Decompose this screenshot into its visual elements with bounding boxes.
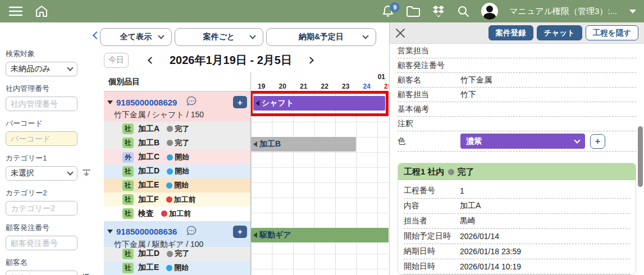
status-dot — [166, 196, 172, 203]
card-field-row[interactable]: 納期日時 2026/01/18 23:59 — [404, 244, 630, 259]
chat-button[interactable]: チャット — [537, 25, 582, 40]
card-field-row[interactable]: 担当者 黒崎 — [404, 214, 630, 229]
display-filter-value: 全て表示 — [120, 32, 152, 42]
field-value: 1 — [460, 186, 464, 195]
chat-bubble-icon[interactable] — [186, 225, 197, 239]
category1-label: カテゴリー1 — [6, 153, 99, 163]
add-color-button[interactable]: + — [590, 134, 605, 149]
barcode-label: バーコード — [6, 118, 99, 129]
process-name: 加工E — [138, 180, 159, 190]
field-row[interactable]: 基本備考 — [398, 102, 636, 117]
process-name: 加工D — [138, 249, 159, 259]
card-field-row[interactable]: 工程番号 1 — [404, 184, 630, 199]
sidebar-collapse-icon[interactable] — [94, 30, 99, 40]
close-icon[interactable] — [395, 28, 405, 38]
field-row[interactable]: 顧客発注番号 — [398, 58, 636, 73]
gantt-section: 全て表示 案件ごと 納期&予定日 今日 2026年1月19日 - 2月5日 個別… — [104, 22, 389, 275]
field-row[interactable]: 顧客名 竹下金属 — [398, 73, 636, 88]
gantt-chart: 01 19 20 21 22 23 24 25 — [251, 72, 389, 275]
gantt-bar-kakou-b[interactable]: 加工B — [251, 137, 356, 152]
chart-row — [251, 269, 389, 275]
internal-id-input[interactable] — [6, 97, 77, 111]
category1-select[interactable]: 未選択 — [6, 166, 77, 181]
folder-icon[interactable] — [406, 5, 421, 17]
status-text: 完了 — [175, 249, 189, 259]
date-cell-saturday: 24 — [357, 82, 378, 90]
category-download-icon[interactable] — [82, 168, 91, 179]
add-process-button[interactable]: + — [233, 96, 247, 108]
field-label: 顧客名 — [398, 75, 460, 85]
panel-scrollbar-thumb[interactable] — [638, 126, 643, 187]
customer-order-no-input[interactable] — [6, 236, 77, 250]
gantt-bar-shaft[interactable]: シャフト — [253, 96, 385, 111]
field-row[interactable]: 顧客担当 竹下 — [398, 88, 636, 102]
process-card-header[interactable]: 工程1 社内 完了 — [398, 163, 636, 180]
field-value: 竹下 — [460, 90, 476, 100]
add-process-button[interactable]: + — [233, 226, 247, 238]
item-list: 個別品目 9185000008629 + 竹下金属 / シャフト / 150 社… — [104, 72, 251, 275]
date-cell: 22 — [314, 82, 336, 90]
hide-process-button[interactable]: 工程を隠す — [586, 25, 638, 40]
color-select[interactable]: 濃紫 — [460, 134, 585, 149]
field-label: 基本備考 — [398, 104, 460, 114]
internal-badge: 社 — [122, 249, 134, 259]
process-row[interactable]: 社 加工D 開始 — [104, 164, 250, 178]
date-mode-filter-select[interactable]: 納期&予定日 — [266, 28, 376, 46]
search-icon[interactable] — [456, 4, 470, 18]
card-field-row[interactable]: 開始日時 2026/01/14 10:19 — [404, 259, 630, 274]
detail-fields: 営業担当 顧客発注番号 顧客名 竹下金属 顧客担当 竹下 基本備考 注釈 色 濃… — [390, 44, 644, 275]
bar-label: 加工B — [259, 139, 281, 149]
display-filter-select[interactable]: 全て表示 — [100, 28, 172, 46]
order-detail-text: 竹下金属 / 駆動ギア / 100 — [107, 240, 246, 250]
status-text: 完了 — [175, 124, 189, 134]
chart-row — [251, 198, 389, 213]
next-range-button[interactable] — [308, 55, 313, 65]
home-icon[interactable] — [35, 4, 48, 18]
barcode-input[interactable] — [6, 131, 77, 146]
customer-name-input[interactable] — [6, 271, 77, 275]
internal-badge: 社 — [122, 166, 134, 177]
category2-input[interactable] — [6, 201, 77, 216]
status-text: 完了 — [175, 138, 189, 148]
search-target-select[interactable]: 未納品のみ — [6, 62, 77, 76]
date-range-title: 2026年1月19日 - 2月5日 — [170, 53, 292, 68]
user-menu-label[interactable]: マニュアル権限（管理3）:... — [509, 6, 617, 17]
date-cell: 23 — [335, 82, 357, 90]
process-row[interactable]: 社 加工B 完了 — [104, 136, 250, 150]
collapse-caret-icon[interactable] — [107, 230, 113, 233]
field-row[interactable]: 営業担当 — [398, 44, 636, 58]
process-row[interactable]: 社 加工E 開始 — [104, 178, 250, 192]
field-label: 顧客発注番号 — [398, 61, 460, 71]
status-dot — [166, 265, 172, 271]
dropbox-icon[interactable] — [432, 5, 445, 18]
user-avatar[interactable] — [481, 3, 498, 20]
order-row[interactable]: 9185000008629 + 竹下金属 / シャフト / 150 — [104, 91, 250, 122]
grouping-filter-select[interactable]: 案件ごと — [175, 28, 263, 46]
process-row[interactable]: 社 加工A 完了 — [104, 122, 250, 136]
gantt-bar-drive-gear[interactable]: 駆動ギア — [251, 228, 389, 242]
user-menu-caret-icon[interactable] — [629, 10, 636, 13]
process-row[interactable]: 社 加工F 加工前 — [104, 192, 250, 207]
register-order-button[interactable]: 案件登録 — [488, 25, 533, 40]
today-button[interactable]: 今日 — [104, 53, 129, 68]
process-row[interactable]: 社 検査 加工前 — [104, 207, 250, 221]
collapse-caret-icon[interactable] — [107, 100, 113, 104]
chart-grid: シャフト 加工B 駆動ギア — [251, 92, 389, 275]
customer-order-no-label: 顧客発注番号 — [6, 223, 99, 233]
notifications-bell-icon[interactable]: 9 — [381, 4, 395, 18]
field-value: 竹下金属 — [460, 75, 492, 85]
field-row[interactable]: 注釈 — [398, 117, 636, 131]
field-label: 工程番号 — [404, 186, 460, 196]
card-field-row[interactable]: 開始予定日時 2026/01/14 — [404, 229, 630, 244]
card-field-row[interactable]: 内容 加工A — [404, 199, 630, 214]
hamburger-menu-icon[interactable] — [9, 6, 22, 16]
color-field-row: 色 濃紫 + — [398, 131, 636, 152]
prev-range-button[interactable] — [149, 55, 154, 65]
order-id-link[interactable]: 9185000008629 — [116, 98, 177, 107]
process-row[interactable]: 外 加工C 開始 — [104, 150, 250, 164]
status-text: 開始 — [175, 166, 189, 176]
order-id-link[interactable]: 9185000008636 — [116, 227, 177, 236]
order-row[interactable]: 9185000008636 + 竹下金属 / 駆動ギア / 100 — [104, 221, 250, 247]
chat-bubble-icon[interactable] — [186, 95, 197, 109]
process-row[interactable]: 社 加工E 開始 — [104, 261, 250, 275]
